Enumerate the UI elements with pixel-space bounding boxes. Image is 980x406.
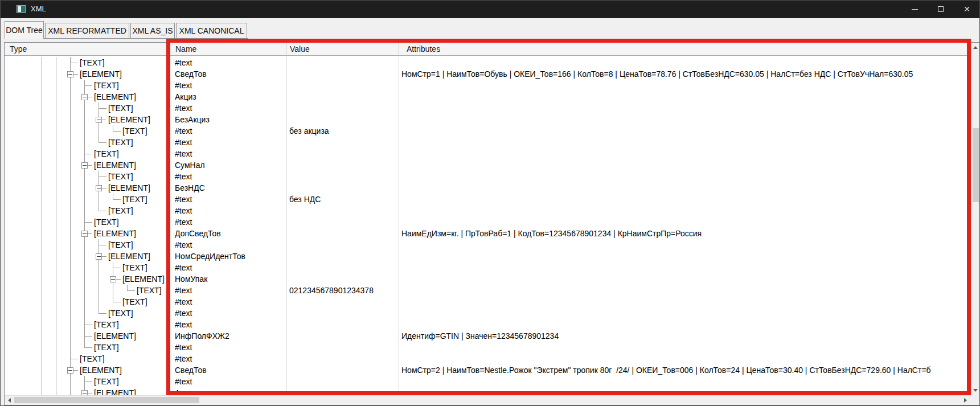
tree-guide-line [70,387,71,395]
collapse-minus-icon[interactable] [96,253,102,260]
window-title: XML [31,5,46,13]
scroll-up-icon[interactable] [971,43,979,52]
column-separator[interactable] [286,43,286,395]
tree-row[interactable]: [ELEMENT]ИнфПолФХЖ2Идентиф=GTIN | Значен… [5,330,971,342]
tree-guide-line [84,102,85,114]
collapse-minus-icon[interactable] [110,276,116,282]
tree-row[interactable]: [TEXT]#text [5,216,971,228]
tree-row[interactable]: [TEXT]#text [5,57,971,68]
tree-guide-line [70,137,71,148]
tree-row[interactable]: [TEXT]#text [5,296,971,307]
tree-guide-line [42,376,42,387]
tree-row[interactable]: [ELEMENT]СведТовНомСтр=1 | НаимТов=Обувь… [5,68,971,80]
minimize-button[interactable] [901,0,928,18]
tree-guide-line [56,57,56,68]
scroll-right-icon[interactable] [961,396,970,405]
tree-row[interactable]: [TEXT]#text [5,262,971,273]
collapse-minus-icon[interactable] [96,117,102,123]
type-cell: [TEXT] [108,171,133,182]
tree-guide-line [56,125,56,137]
tree-guide-line [42,307,42,319]
column-header-value[interactable]: Value [290,44,310,54]
attributes-cell: НомСтр=1 | НаимТов=Обувь | ОКЕИ_Тов=166 … [401,68,913,80]
tree-row[interactable]: [ELEMENT]НомУпак [5,273,971,285]
tree-guide-line [56,364,56,376]
name-cell: #text [175,205,192,216]
collapse-minus-icon[interactable] [96,185,102,191]
collapse-minus-icon[interactable] [81,162,88,169]
collapse-minus-icon[interactable] [67,71,73,77]
close-button[interactable]: ✕ [954,0,980,18]
tree-row[interactable]: [ELEMENT]Акциз [5,387,971,395]
tree-row[interactable]: [TEXT]#text [5,171,971,182]
name-cell: Акциз [175,387,196,395]
tab-dom-tree[interactable]: DOM Tree [5,21,44,39]
vertical-scroll-thumb[interactable] [973,128,979,202]
tree-guide-line [56,307,56,319]
tree-guide-line [56,239,56,251]
column-header-attributes[interactable]: Attributes [407,44,440,54]
tree-guide-line [70,359,78,359]
tree-guide-line [113,194,113,199]
tree-row[interactable]: [TEXT]#text [5,342,971,353]
collapse-minus-icon[interactable] [81,94,88,100]
tree-row[interactable]: [ELEMENT]БезАкциз [5,114,971,125]
column-separator[interactable] [399,43,399,395]
tree-row[interactable]: [TEXT]#text [5,319,971,330]
tree-guide-line [84,125,85,137]
tree-guide-line [70,80,71,91]
maximize-button[interactable] [928,0,954,18]
tree-row[interactable]: [TEXT]#text [5,376,971,387]
name-cell: ИнфПолФХЖ2 [175,330,229,342]
name-cell: #text [175,125,192,137]
tree-guide-line [127,290,135,291]
collapse-minus-icon[interactable] [81,231,88,237]
type-cell: [TEXT] [122,296,147,307]
tree-row[interactable]: [TEXT]#text [5,80,971,91]
tree-row[interactable]: [TEXT]#text [5,353,971,364]
tree-guide-line [42,137,42,148]
tree-guide-line [70,330,71,342]
tree-row[interactable]: [TEXT]#text [5,239,971,251]
scroll-down-icon[interactable] [971,386,979,395]
tree-row[interactable]: [TEXT]#textбез НДС [5,194,971,205]
tree-row[interactable]: [TEXT]#text [5,205,971,216]
tab-label: XML CANONICAL [179,26,244,35]
tree-row[interactable]: [ELEMENT]НомСредИдентТов [5,251,971,262]
name-cell: #text [175,307,192,319]
column-header-row: Type Name Value Attributes [5,43,971,56]
tab-xml-canonical[interactable]: XML CANONICAL [176,23,247,38]
tree-row[interactable]: [TEXT]#text [5,307,971,319]
tree-row[interactable]: [TEXT]#text0212345678901234378 [5,285,971,296]
scroll-left-icon[interactable] [5,396,14,405]
attributes-cell: Идентиф=GTIN | Значен=12345678901234 [401,330,559,342]
type-cell: [ELEMENT] [122,273,165,285]
collapse-minus-icon[interactable] [67,367,73,374]
tree-row[interactable]: [TEXT]#text [5,137,971,148]
column-header-name[interactable]: Name [175,44,196,54]
tree-guide-line [70,262,71,273]
tree-row[interactable]: [ELEMENT]ДопСведТовНаимЕдИзм=кг. | ПрТов… [5,228,971,239]
tree-guide-line [56,114,56,125]
tree-guide-line [56,216,56,228]
tab-xml-as-is[interactable]: XML AS_IS [130,23,175,38]
name-cell: #text [175,102,192,114]
tree-row[interactable]: [TEXT]#text [5,102,971,114]
collapse-minus-icon[interactable] [81,390,88,395]
vertical-scrollbar[interactable] [971,43,979,395]
horizontal-scrollbar[interactable] [5,395,971,405]
tab-xml-reformatted[interactable]: XML REFORMATTED [45,23,129,38]
type-cell: [TEXT] [94,376,119,387]
tree-row[interactable]: [TEXT]#textбез акциза [5,125,971,137]
tree-row[interactable]: [ELEMENT]СумНал [5,159,971,171]
tree-guide-line [99,205,99,211]
tree-row[interactable]: [TEXT]#text [5,148,971,159]
column-header-type[interactable]: Type [10,44,27,54]
tree-guide-line [113,285,113,296]
tree-row[interactable]: [ELEMENT]БезНДС [5,182,971,194]
tree-guide-line [56,285,56,296]
horizontal-scroll-thumb[interactable] [14,397,199,403]
tree-row[interactable]: [ELEMENT]СведТовНомСтр=2 | НаимТов=Nestl… [5,364,971,376]
tree-row[interactable]: [ELEMENT]Акциз [5,91,971,102]
name-cell: #text [175,57,192,68]
